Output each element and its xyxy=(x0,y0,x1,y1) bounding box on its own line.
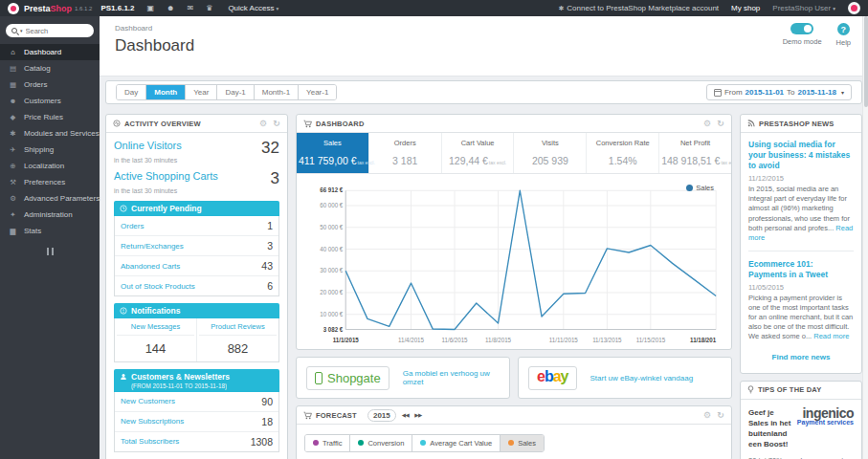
page-title: Dashboard xyxy=(115,36,853,55)
cart-icon[interactable]: ▣ xyxy=(147,4,155,12)
user-menu[interactable]: PrestaShop User▾ xyxy=(772,4,835,12)
row-total-subscribers[interactable]: Total Subscribers1308 xyxy=(115,432,278,451)
pending-row-orders[interactable]: Orders1 xyxy=(115,216,278,236)
shopgate-link[interactable]: Ga mobiel en verhoog uw omzet xyxy=(403,369,500,386)
mail-icon[interactable]: ✉ xyxy=(188,4,194,12)
date-range-picker[interactable]: From 2015-11-01 To 2015-11-18 ▾ xyxy=(706,84,852,100)
gear-icon[interactable]: ⚙ xyxy=(703,411,711,420)
trophy-icon[interactable]: ♛ xyxy=(206,4,212,12)
panel-title: TIPS OF THE DAY xyxy=(758,385,821,394)
help-icon[interactable]: ? xyxy=(837,23,850,35)
price-rules-icon: ◆ xyxy=(9,113,17,121)
sidebar-item-orders[interactable]: ▦Orders xyxy=(0,76,100,93)
svg-text:11/11/2015: 11/11/2015 xyxy=(549,337,578,343)
date-toolbar: Day Month Year Day-1 Month-1 Year-1 From… xyxy=(105,80,862,104)
article-title-link[interactable]: Using social media for your business: 4 … xyxy=(748,140,854,171)
notification-icon xyxy=(120,307,127,315)
customers-icon: ☻ xyxy=(9,97,17,105)
shipping-icon: ✈ xyxy=(9,145,17,154)
topbar: PrestaShop 1.6.1.2 PS1.6.1.2 ▣ ☻ ✉ ♛ Qui… xyxy=(0,0,868,16)
new-messages-stat[interactable]: New Messages 144 xyxy=(115,318,196,361)
refresh-icon[interactable]: ↻ xyxy=(717,411,724,420)
gear-icon[interactable]: ⚙ xyxy=(259,120,267,128)
range-button-year-1[interactable]: Year-1 xyxy=(299,85,336,99)
gear-icon[interactable]: ⚙ xyxy=(703,120,711,128)
my-shop-link[interactable]: My shop xyxy=(731,4,760,12)
pending-row-returns[interactable]: Return/Exchanges3 xyxy=(115,236,278,256)
previous-year-button[interactable]: ◀◀ xyxy=(402,412,409,418)
breadcrumb[interactable]: Dashboard xyxy=(115,24,853,33)
help-button[interactable]: ? Help xyxy=(836,23,851,47)
sidebar-item-stats[interactable]: ▆Stats xyxy=(0,223,100,239)
user-icon[interactable]: ☻ xyxy=(167,4,174,12)
orders-icon: ▦ xyxy=(9,80,17,89)
chevron-down-icon[interactable]: ▾ xyxy=(20,28,23,33)
sidebar-search[interactable]: ▾ xyxy=(6,24,94,37)
range-button-month-1[interactable]: Month-1 xyxy=(255,85,299,99)
conversion-dot-icon xyxy=(358,440,364,446)
forecast-toggle-conversion[interactable]: Conversion xyxy=(350,435,412,451)
kpi-tab-net-profit[interactable]: Net Profit 148 918,51 €tax excl. xyxy=(659,133,731,173)
sidebar-item-customers[interactable]: ☻Customers xyxy=(0,93,100,109)
product-reviews-stat[interactable]: Product Reviews 882 xyxy=(196,318,278,361)
svg-text:11/1/2015: 11/1/2015 xyxy=(333,337,360,343)
online-visitors-sub: in the last 30 minutes xyxy=(114,157,279,164)
find-more-news-link[interactable]: Find more news xyxy=(748,353,854,361)
pending-row-abandoned-carts[interactable]: Abandoned Carts43 xyxy=(115,256,278,276)
quick-access-menu[interactable]: Quick Access▾ xyxy=(228,4,278,12)
range-button-month[interactable]: Month xyxy=(146,85,186,99)
refresh-icon[interactable]: ↻ xyxy=(717,120,724,128)
kpi-tab-sales[interactable]: Sales 411 759,00 €tax excl. xyxy=(297,133,369,173)
pending-row-out-of-stock[interactable]: Out of Stock Products6 xyxy=(115,276,278,295)
toggle-on-icon[interactable] xyxy=(790,23,813,34)
range-button-day-1[interactable]: Day-1 xyxy=(217,85,254,99)
ebay-link[interactable]: Start uw eBay-winkel vandaag xyxy=(590,374,694,382)
sidebar-item-label: Catalog xyxy=(24,64,51,73)
sidebar-item-preferences[interactable]: ⚒Preferences xyxy=(0,174,100,190)
divider xyxy=(748,251,854,251)
sidebar-item-modules-services[interactable]: ✱Modules and Services xyxy=(0,125,100,142)
sidebar-collapse-button[interactable] xyxy=(0,248,100,255)
scrollbar-thumb[interactable] xyxy=(864,16,868,107)
sidebar-item-price-rules[interactable]: ◆Price Rules xyxy=(0,109,100,125)
ingenico-logo: ingenico Payment services xyxy=(797,407,854,427)
refresh-icon[interactable]: ↻ xyxy=(273,120,280,128)
kpi-tab-orders[interactable]: Orders 3 181 xyxy=(369,133,442,173)
online-visitors-metric[interactable]: Online Visitors 32 xyxy=(114,140,279,156)
forecast-year-input[interactable] xyxy=(367,409,396,422)
help-label: Help xyxy=(836,38,851,47)
marketplace-link[interactable]: ✱Connect to PrestaShop Marketplace accou… xyxy=(558,4,719,12)
read-more-link[interactable]: Read more xyxy=(813,332,849,340)
kpi-tab-visits[interactable]: Visits 205 939 xyxy=(514,133,587,173)
sidebar-item-dashboard[interactable]: ⌂Dashboard xyxy=(0,44,100,60)
article-date: 11/12/2015 xyxy=(748,174,854,183)
row-new-subscriptions[interactable]: New Subscriptions18 xyxy=(115,412,278,432)
search-input[interactable] xyxy=(26,27,76,35)
sidebar-item-localization[interactable]: ⊕Localization xyxy=(0,158,100,174)
active-carts-metric[interactable]: Active Shopping Carts 3 xyxy=(114,170,279,186)
forecast-toggle-average-cart-value[interactable]: Average Cart Value xyxy=(412,435,501,451)
avatar[interactable] xyxy=(848,2,860,14)
online-visitors-label[interactable]: Online Visitors xyxy=(114,140,182,151)
next-year-button[interactable]: ▶▶ xyxy=(414,412,421,418)
sidebar-item-label: Stats xyxy=(24,227,41,235)
article-title-link[interactable]: Ecommerce 101: Payments in a Tweet xyxy=(748,259,854,280)
from-date: 2015-11-01 xyxy=(746,88,784,97)
kpi-tab-cart-value[interactable]: Cart Value 129,44 €tax excl. xyxy=(442,133,515,173)
row-new-customers[interactable]: New Customers90 xyxy=(115,392,278,412)
range-button-day[interactable]: Day xyxy=(117,85,146,99)
sidebar-item-shipping[interactable]: ✈Shipping xyxy=(0,142,100,158)
clock-icon xyxy=(120,205,127,212)
sidebar-item-administration[interactable]: ✦Administration xyxy=(0,207,100,223)
sidebar-item-catalog[interactable]: ▤Catalog xyxy=(0,60,100,76)
range-button-year[interactable]: Year xyxy=(186,85,217,99)
forecast-toggle-traffic[interactable]: Traffic xyxy=(305,435,350,451)
kpi-tab-conversion-rate[interactable]: Conversion Rate 1.54% xyxy=(587,133,659,173)
ebay-logo: ebay xyxy=(528,366,577,390)
demo-mode-toggle[interactable]: Demo mode xyxy=(783,23,822,47)
scrollbar-track[interactable] xyxy=(862,16,868,459)
ebay-banner: ebay Start uw eBay-winkel vandaag xyxy=(518,357,732,399)
active-carts-label[interactable]: Active Shopping Carts xyxy=(114,170,218,182)
sidebar-item-advanced-parameters[interactable]: ⚙Advanced Parameters xyxy=(0,190,100,207)
forecast-toggle-sales[interactable]: Sales xyxy=(501,435,544,451)
